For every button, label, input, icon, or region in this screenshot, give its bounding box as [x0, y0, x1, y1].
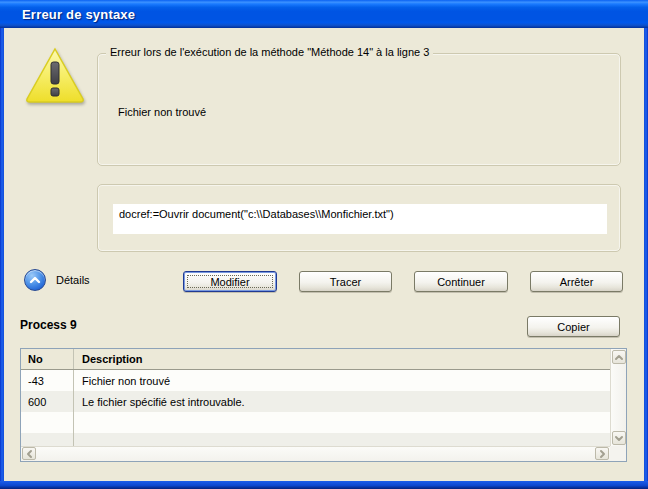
- table-row[interactable]: -43 Fichier non trouvé: [21, 370, 610, 391]
- table-row[interactable]: [21, 433, 610, 446]
- cell-description: [74, 412, 610, 433]
- scroll-right-icon[interactable]: [595, 447, 609, 460]
- details-label: Détails: [56, 274, 90, 286]
- chevron-up-icon: [29, 274, 41, 286]
- error-group-label: Erreur lors de l'exécution de la méthode…: [106, 46, 433, 58]
- cell-no: -43: [21, 370, 74, 391]
- modify-button[interactable]: Modifier: [183, 271, 277, 292]
- cell-description: Fichier non trouvé: [74, 370, 610, 391]
- window-border-bottom: [0, 481, 648, 489]
- continue-button[interactable]: Continuer: [414, 271, 508, 292]
- column-header-no: No: [21, 349, 74, 369]
- vertical-scrollbar[interactable]: [610, 349, 626, 446]
- cell-description: Le fichier spécifié est introuvable.: [74, 391, 610, 412]
- table-row[interactable]: [21, 412, 610, 433]
- window-border-right: [644, 0, 648, 489]
- table-body: No Description -43 Fichier non trouvé 60…: [21, 349, 610, 446]
- scrollbar-corner: [610, 446, 626, 461]
- error-groupbox: Erreur lors de l'exécution de la méthode…: [97, 53, 621, 166]
- code-groupbox: docref:=Ouvrir document("c:\\Databases\\…: [97, 184, 621, 252]
- warning-icon: [22, 46, 88, 108]
- cell-description: [74, 433, 610, 446]
- cell-no: 600: [21, 391, 74, 412]
- scroll-up-icon[interactable]: [612, 350, 626, 364]
- horizontal-scrollbar[interactable]: [21, 446, 610, 461]
- column-header-description: Description: [74, 349, 610, 369]
- cell-no: [21, 433, 74, 446]
- error-dialog-window: Erreur de syntaxe: [0, 0, 648, 489]
- trace-button[interactable]: Tracer: [299, 271, 392, 292]
- code-line-display[interactable]: docref:=Ouvrir document("c:\\Databases\\…: [113, 204, 607, 234]
- scroll-left-icon[interactable]: [22, 447, 36, 460]
- table-header-row: No Description: [21, 349, 610, 370]
- titlebar[interactable]: Erreur de syntaxe: [0, 0, 648, 28]
- dialog-content: Erreur lors de l'exécution de la méthode…: [4, 28, 644, 481]
- abort-button[interactable]: Arrêter: [530, 271, 623, 292]
- process-title: Process 9: [20, 318, 77, 332]
- details-toggle-button[interactable]: [24, 269, 46, 291]
- copy-button[interactable]: Copier: [527, 316, 620, 337]
- table-row[interactable]: 600 Le fichier spécifié est introuvable.: [21, 391, 610, 412]
- error-message: Fichier non trouvé: [118, 106, 206, 118]
- window-border-left: [0, 0, 4, 489]
- scroll-down-icon[interactable]: [612, 431, 626, 445]
- cell-no: [21, 412, 74, 433]
- error-list-table: No Description -43 Fichier non trouvé 60…: [20, 348, 627, 462]
- window-title: Erreur de syntaxe: [0, 7, 135, 22]
